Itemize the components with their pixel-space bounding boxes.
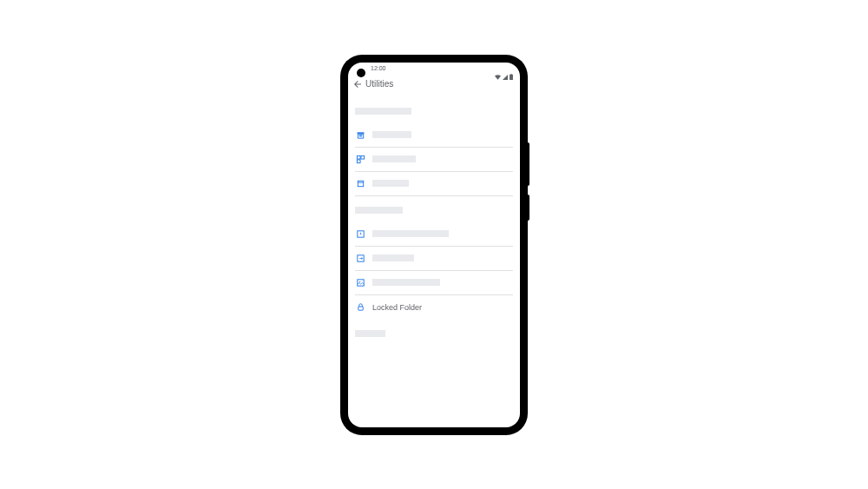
- svg-rect-2: [357, 155, 360, 159]
- photo-frame-icon: [355, 277, 365, 287]
- front-camera: [357, 69, 365, 77]
- status-icons: [495, 68, 513, 83]
- section-header-placeholder: [355, 108, 411, 115]
- svg-rect-9: [357, 279, 363, 285]
- import-icon: [355, 228, 365, 239]
- battery-icon: [510, 68, 513, 83]
- export-icon: [355, 253, 365, 263]
- item-label-placeholder: [372, 279, 440, 286]
- svg-rect-11: [358, 307, 363, 310]
- list-item[interactable]: [355, 123, 513, 148]
- svg-rect-4: [357, 159, 360, 162]
- item-label-placeholder: [372, 230, 449, 237]
- list-item[interactable]: [355, 222, 513, 247]
- signal-icon: [503, 68, 508, 83]
- list-item[interactable]: [355, 148, 513, 172]
- list-item[interactable]: [355, 247, 513, 271]
- power-button: [527, 195, 529, 221]
- list-item[interactable]: [355, 271, 513, 295]
- svg-rect-5: [358, 181, 363, 186]
- trash-icon: [355, 178, 365, 188]
- phone-device-frame: 12:00 Utilities: [341, 56, 527, 434]
- item-label-placeholder: [372, 180, 409, 187]
- svg-rect-3: [360, 155, 364, 159]
- item-label-placeholder: [372, 155, 416, 162]
- list-item-locked-folder[interactable]: Locked Folder: [355, 295, 513, 320]
- status-bar: 12:00: [348, 63, 520, 82]
- section-header-placeholder: [355, 330, 385, 337]
- archive-icon: [355, 129, 365, 140]
- svg-rect-1: [510, 74, 512, 75]
- list-item[interactable]: [355, 172, 513, 196]
- status-time: 12:00: [371, 65, 386, 71]
- free-up-space-icon: [355, 154, 365, 164]
- content-area: Locked Folder: [348, 108, 520, 337]
- item-label-placeholder: [372, 131, 411, 138]
- wifi-icon: [495, 68, 501, 83]
- phone-screen: 12:00 Utilities: [348, 63, 520, 427]
- volume-button: [527, 142, 529, 186]
- svg-point-10: [358, 281, 359, 281]
- item-label-placeholder: [372, 254, 414, 261]
- locked-folder-label: Locked Folder: [372, 303, 422, 312]
- svg-rect-0: [510, 74, 513, 79]
- lock-icon: [355, 302, 365, 313]
- section-header-placeholder: [355, 207, 403, 214]
